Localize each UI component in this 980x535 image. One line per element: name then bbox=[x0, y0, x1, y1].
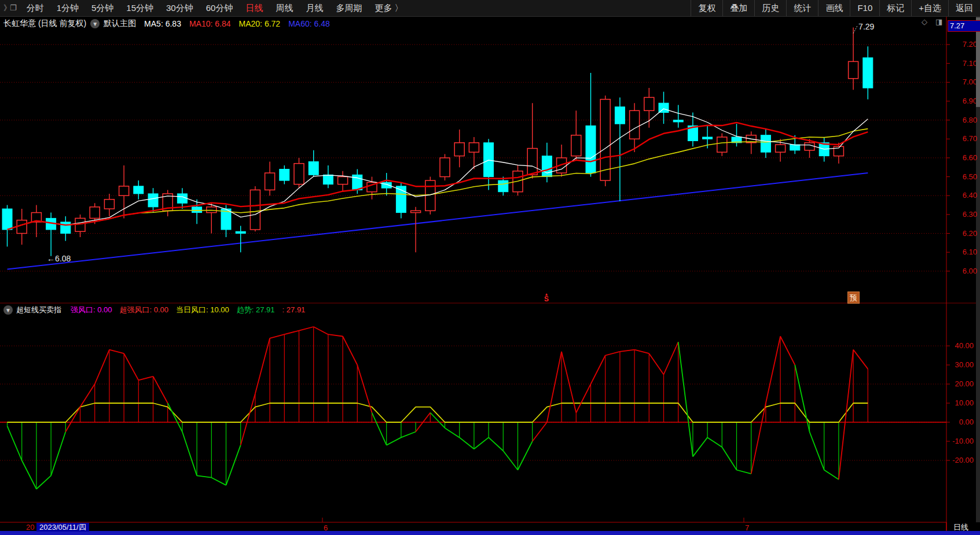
trend-segment bbox=[693, 437, 707, 456]
toolbar-button-+自选[interactable]: +自选 bbox=[911, 0, 948, 16]
indicator-value: 当日风口: 10.00 bbox=[176, 305, 229, 314]
stock-info-bar: 长虹华意 (日线 前复权) ▼ 默认主图 MA5: 6.83MA10: 6.84… bbox=[3, 17, 338, 30]
trend-segment bbox=[766, 337, 780, 404]
trend-segment bbox=[138, 377, 153, 381]
candle-body-up bbox=[440, 158, 450, 177]
candle-body-down bbox=[192, 207, 202, 213]
top-nav-bar: 》❐ 分时1分钟5分钟15分钟30分钟60分钟日线周线月线多周期更多 〉 复权叠… bbox=[0, 0, 980, 17]
stock-title: 长虹华意 (日线 前复权) bbox=[3, 19, 86, 29]
trading-app-window: 》❐ 分时1分钟5分钟15分钟30分钟60分钟日线周线月线多周期更多 〉 复权叠… bbox=[0, 0, 980, 535]
trend-segment bbox=[460, 437, 474, 449]
toolbar-button-统计[interactable]: 统计 bbox=[786, 0, 818, 16]
candle-body-down bbox=[484, 143, 494, 177]
candle-body-up bbox=[527, 149, 537, 175]
period-tabs: 分时1分钟5分钟15分钟30分钟60分钟日线周线月线多周期更多 〉 bbox=[18, 0, 410, 16]
candle-body-down bbox=[703, 137, 713, 139]
trend-segment bbox=[211, 478, 226, 485]
trend-segment bbox=[751, 403, 766, 474]
price-axis-label: 7.00 bbox=[947, 78, 977, 86]
candle-body-up bbox=[571, 135, 581, 156]
trend-segment bbox=[707, 437, 722, 447]
candle-body-up bbox=[849, 61, 858, 78]
candle-body-up bbox=[644, 97, 654, 110]
indicator-value: 趋势: 27.91 bbox=[237, 305, 275, 314]
split-view-icon[interactable]: ◨ bbox=[935, 17, 942, 26]
trend-segment bbox=[853, 350, 868, 369]
tab-period-15分钟[interactable]: 15分钟 bbox=[120, 0, 160, 16]
ma-legend-item: MA60: 6.48 bbox=[288, 19, 330, 28]
indicator-axis-label: -20.00 bbox=[944, 456, 974, 464]
trend-segment bbox=[634, 350, 649, 354]
trend-segment bbox=[95, 350, 109, 384]
candle-body-up bbox=[265, 173, 275, 190]
tab-period-5分钟[interactable]: 5分钟 bbox=[85, 0, 120, 16]
collapse-window-icon[interactable]: 》❐ bbox=[0, 3, 18, 13]
candle-body-down bbox=[61, 222, 71, 234]
price-axis-label: 6.70 bbox=[947, 134, 977, 143]
tab-period-周线[interactable]: 周线 bbox=[269, 0, 299, 16]
annotation-arrow bbox=[853, 26, 857, 34]
trend-segment bbox=[737, 470, 751, 474]
toolbar-button-复权[interactable]: 复权 bbox=[691, 0, 722, 16]
toolbar-button-标记[interactable]: 标记 bbox=[879, 0, 911, 16]
toolbar-button-F10[interactable]: F10 bbox=[850, 0, 879, 16]
wind-line bbox=[8, 403, 868, 422]
sell-signal-marker: ▲S bbox=[544, 292, 549, 302]
price-axis-label: 6.40 bbox=[947, 191, 977, 200]
chevron-down-icon[interactable]: ▼ bbox=[3, 305, 13, 315]
chevron-down-icon[interactable]: ▼ bbox=[90, 19, 100, 28]
indicator-axis-label: 0.00 bbox=[944, 418, 974, 426]
tab-period-60分钟[interactable]: 60分钟 bbox=[200, 0, 240, 16]
indicator-title[interactable]: 超短线买卖指 bbox=[16, 305, 61, 315]
price-axis-label: 6.30 bbox=[947, 210, 977, 219]
trend-segment bbox=[591, 356, 605, 385]
toolbar-button-叠加[interactable]: 叠加 bbox=[722, 0, 754, 16]
alert-badge[interactable]: 预 bbox=[847, 292, 860, 304]
chart-canvas[interactable] bbox=[0, 0, 980, 535]
trend-segment bbox=[8, 426, 22, 460]
candle-body-up bbox=[17, 220, 27, 234]
trend-segment bbox=[474, 437, 489, 449]
ma-legend-item: MA20: 6.72 bbox=[239, 19, 281, 28]
indicator-axis-label: 20.00 bbox=[944, 379, 974, 388]
price-axis-label: 7.20 bbox=[947, 40, 977, 49]
toolbar-button-画线[interactable]: 画线 bbox=[818, 0, 850, 16]
indicator-axis-label: 10.00 bbox=[944, 399, 974, 407]
tab-period-日线[interactable]: 日线 bbox=[239, 0, 269, 16]
ma5-line bbox=[8, 109, 868, 230]
price-annotation-7.29: 7.29 bbox=[858, 22, 874, 31]
trend-segment bbox=[664, 342, 678, 374]
tab-period-多周期[interactable]: 多周期 bbox=[329, 0, 368, 16]
tab-period-1分钟[interactable]: 1分钟 bbox=[50, 0, 85, 16]
trend-segment bbox=[36, 475, 51, 489]
trend-segment bbox=[153, 377, 168, 403]
main-overlay-label[interactable]: 默认主图 bbox=[104, 19, 136, 29]
tab-period-30分钟[interactable]: 30分钟 bbox=[160, 0, 200, 16]
tab-period-分时[interactable]: 分时 bbox=[20, 0, 50, 16]
trend-segment bbox=[605, 352, 620, 356]
tab-period-月线[interactable]: 月线 bbox=[299, 0, 329, 16]
trend-segment bbox=[810, 432, 824, 470]
candle-body-up bbox=[630, 110, 640, 139]
trend-segment bbox=[387, 437, 401, 445]
horizontal-scrollbar[interactable] bbox=[0, 531, 980, 535]
candle-body-up bbox=[717, 137, 727, 152]
year-label: 20 bbox=[26, 523, 34, 532]
diamond-icon[interactable]: ◇ bbox=[922, 17, 927, 26]
candle-body-down bbox=[615, 107, 625, 124]
toolbar-button-返回[interactable]: 返回 bbox=[948, 0, 980, 16]
trend-segment bbox=[168, 403, 182, 432]
tab-period-更多 〉[interactable]: 更多 〉 bbox=[368, 0, 409, 16]
candle-body-down bbox=[673, 120, 683, 122]
trend-segment bbox=[299, 327, 314, 331]
signal-letter: S bbox=[544, 295, 549, 303]
trend-segment bbox=[124, 353, 138, 380]
candle-body-down bbox=[323, 175, 333, 184]
candle-body-down bbox=[280, 169, 289, 180]
trend-segment bbox=[547, 352, 561, 422]
candle-body-down bbox=[148, 194, 158, 207]
trend-segment bbox=[445, 428, 460, 438]
price-axis-label: 6.60 bbox=[947, 153, 977, 162]
candle-body-up bbox=[294, 164, 304, 185]
toolbar-button-历史[interactable]: 历史 bbox=[754, 0, 786, 16]
